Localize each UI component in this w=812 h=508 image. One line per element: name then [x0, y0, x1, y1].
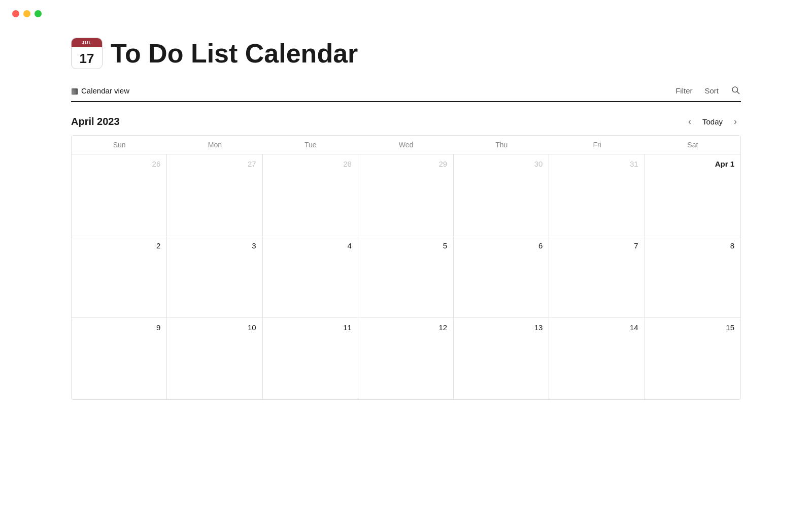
calendar-cell-mar28[interactable]: 28: [263, 154, 358, 236]
toolbar-right: Filter Sort: [674, 83, 741, 98]
calendar-cell-mar30[interactable]: 30: [454, 154, 549, 236]
calendar-body: 26 27 28 29 30 31 Apr 1 2 3 4 5 6 7 8 9: [72, 154, 740, 399]
nav-controls: ‹ Today ›: [684, 114, 741, 129]
traffic-lights: [0, 0, 812, 17]
calendar-cell-apr2[interactable]: 2: [72, 236, 167, 318]
app-icon: JUL 17: [71, 38, 103, 69]
toolbar: ▦ Calendar view Filter Sort: [71, 83, 741, 102]
page-title: To Do List Calendar: [111, 38, 358, 69]
calendar-cell-apr4[interactable]: 4: [263, 236, 358, 318]
calendar-header-row: Sun Mon Tue Wed Thu Fri Sat: [72, 136, 740, 154]
next-month-button[interactable]: ›: [730, 114, 741, 129]
calendar-cell-mar27[interactable]: 27: [167, 154, 262, 236]
calendar-cell-apr10[interactable]: 10: [167, 318, 262, 399]
main-content: JUL 17 To Do List Calendar ▦ Calendar vi…: [0, 17, 812, 400]
calendar-grid-icon: ▦: [71, 86, 78, 96]
page-header: JUL 17 To Do List Calendar: [71, 38, 741, 69]
calendar-cell-mar26[interactable]: 26: [72, 154, 167, 236]
svg-line-1: [737, 91, 739, 93]
header-sun: Sun: [72, 136, 167, 154]
calendar-cell-apr8[interactable]: 8: [645, 236, 740, 318]
icon-month: JUL: [72, 38, 102, 47]
prev-month-button[interactable]: ‹: [684, 114, 695, 129]
header-tue: Tue: [263, 136, 358, 154]
calendar-cell-apr3[interactable]: 3: [167, 236, 262, 318]
today-button[interactable]: Today: [698, 115, 727, 128]
calendar-row-2: 2 3 4 5 6 7 8: [72, 236, 740, 318]
calendar-cell-mar29[interactable]: 29: [358, 154, 454, 236]
calendar-cell-mar31[interactable]: 31: [549, 154, 645, 236]
calendar-row-3: 9 10 11 12 13 14 15: [72, 318, 740, 399]
search-button[interactable]: [730, 83, 741, 98]
calendar-cell-apr13[interactable]: 13: [454, 318, 549, 399]
minimize-button[interactable]: [23, 10, 30, 17]
calendar-row-1: 26 27 28 29 30 31 Apr 1: [72, 154, 740, 236]
header-sat: Sat: [645, 136, 740, 154]
calendar-cell-apr14[interactable]: 14: [549, 318, 645, 399]
calendar-cell-apr11[interactable]: 11: [263, 318, 358, 399]
close-button[interactable]: [12, 10, 19, 17]
toolbar-left: ▦ Calendar view: [71, 86, 129, 96]
header-thu: Thu: [454, 136, 549, 154]
search-icon: [731, 85, 740, 94]
calendar-view-label[interactable]: ▦ Calendar view: [71, 86, 129, 96]
calendar-cell-apr12[interactable]: 12: [358, 318, 454, 399]
calendar-cell-apr9[interactable]: 9: [72, 318, 167, 399]
icon-day: 17: [72, 47, 102, 69]
filter-button[interactable]: Filter: [674, 84, 693, 97]
calendar-cell-apr15[interactable]: 15: [645, 318, 740, 399]
calendar-nav: April 2023 ‹ Today ›: [71, 114, 741, 129]
calendar-cell-apr6[interactable]: 6: [454, 236, 549, 318]
month-label: April 2023: [71, 116, 120, 128]
calendar-cell-apr5[interactable]: 5: [358, 236, 454, 318]
header-fri: Fri: [549, 136, 645, 154]
sort-button[interactable]: Sort: [703, 84, 720, 97]
header-mon: Mon: [167, 136, 262, 154]
header-wed: Wed: [358, 136, 454, 154]
calendar-cell-apr7[interactable]: 7: [549, 236, 645, 318]
maximize-button[interactable]: [35, 10, 42, 17]
calendar-cell-apr1[interactable]: Apr 1: [645, 154, 740, 236]
calendar-grid: Sun Mon Tue Wed Thu Fri Sat 26 27 28 29 …: [71, 135, 741, 400]
